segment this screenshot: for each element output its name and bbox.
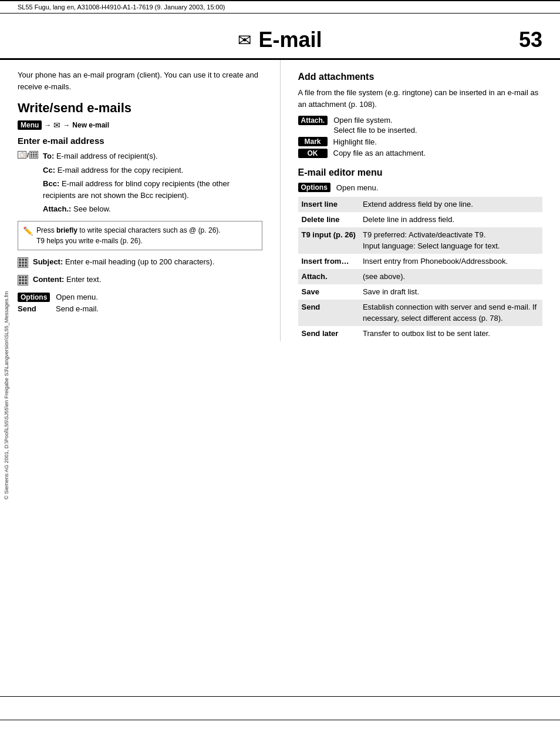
attach-text1: Open file system. (333, 116, 417, 125)
mark-button[interactable]: Mark (298, 137, 328, 146)
editor-menu-table: Insert lineExtend address field by one l… (298, 197, 543, 341)
footer-line-bottom (0, 720, 560, 720)
menu-row-key: Send later (298, 326, 359, 341)
cc-text: E-mail address for the copy recipient. (58, 166, 184, 174)
sidebar-text: © Siemens AG 2001, D:\Pool\L55\SJ55\en F… (4, 291, 9, 499)
menu-row-key: Delete line (298, 212, 359, 227)
left-column: Your phone has an e-mail program (client… (18, 60, 262, 341)
menu-row-val: (see above). (359, 269, 542, 284)
address-icon-row: 📋 / To: E-mail address of recipient(s). (18, 150, 262, 215)
content-text: Enter text. (66, 275, 101, 284)
attach-desc: Open file system. Select file to be inse… (333, 116, 417, 135)
menu-row-val: Delete line in address field. (359, 212, 542, 227)
subject-label: Subject: (33, 257, 63, 266)
options-text: Open menu. (56, 293, 98, 301)
menu-table-row: T9 input (p. 26)T9 preferred: Activate/d… (298, 227, 543, 253)
menu-row-key: T9 input (p. 26) (298, 227, 359, 253)
ok-button[interactable]: OK (298, 149, 328, 158)
to-text: E-mail address of recipient(s). (56, 152, 158, 160)
page-title: E-mail (258, 28, 322, 52)
ok-row: OK Copy file as an attachment. (298, 149, 543, 158)
menu-row-key: Attach. (298, 269, 359, 284)
title-area: ✉ E-mail 53 (0, 17, 560, 60)
menu-table-row: Insert from…Insert entry from Phonebook/… (298, 254, 543, 269)
note-box: ✏️ Press briefly to write special charac… (18, 221, 262, 250)
add-attachments-intro: A file from the file system (e.g. ringto… (298, 87, 543, 110)
menu-row-val: Save in draft list. (359, 284, 542, 300)
subject-icon (18, 257, 28, 268)
editor-options-button[interactable]: Options (298, 183, 330, 192)
content-desc: Content: Enter text. (33, 274, 101, 286)
page-number: 53 (519, 28, 542, 52)
bcc-label: Bcc: (43, 179, 59, 188)
address-desc: To: E-mail address of recipient(s). Cc: … (43, 150, 262, 215)
content-row: Content: Enter text. (18, 274, 262, 286)
note-content: Press briefly to write special character… (36, 225, 221, 246)
phonebook-icon: 📋 (18, 151, 26, 159)
footer-line-top (0, 696, 560, 697)
options-button[interactable]: Options (18, 293, 50, 302)
editor-options-text: Open menu. (336, 183, 379, 192)
menu-row-val: Establish connection with server and sen… (359, 300, 542, 325)
send-row: Send Send e-mail. (18, 304, 262, 313)
add-attachments-section: Add attachments A file from the file sys… (298, 72, 543, 158)
menu-table-row: Send laterTransfer to outbox list to be … (298, 326, 543, 341)
editor-menu-section: E-mail editor menu Options Open menu. In… (298, 167, 543, 341)
content-icon (18, 275, 28, 286)
section-title: Write/send e-mails (18, 100, 262, 116)
to-label: To: (43, 152, 54, 160)
menu-table-row: Attach.(see above). (298, 269, 543, 284)
menu-row-val: T9 preferred: Activate/deactivate T9.Inp… (359, 227, 542, 253)
content-area: Your phone has an e-mail program (client… (0, 60, 560, 341)
editor-options-row: Options Open menu. (298, 183, 543, 192)
subject-desc: Subject: Enter e-mail heading (up to 200… (33, 256, 214, 268)
subject-text: Enter e-mail heading (up to 200 characte… (65, 257, 214, 266)
add-attachments-heading: Add attachments (298, 72, 543, 82)
menu-row-key: Send (298, 300, 359, 325)
header-text: SL55 Fugu, lang en, A31008-H4910-A1-1-76… (18, 4, 225, 11)
note-icon: ✏️ (23, 225, 33, 246)
send-label: Send (18, 304, 50, 313)
editor-menu-heading: E-mail editor menu (298, 167, 543, 178)
address-icons: 📋 / (18, 151, 38, 159)
keyboard-icon (29, 151, 38, 159)
mail-icon-path: ✉ (53, 120, 60, 130)
attach-label: Attach.: (43, 204, 71, 213)
menu-path: Menu → ✉ → New e-mail (18, 120, 262, 130)
menu-label: Menu (18, 120, 42, 130)
menu-row-val: Insert entry from Phonebook/Addressbook. (359, 254, 542, 269)
menu-row-key: Insert from… (298, 254, 359, 269)
ok-text: Copy file as an attachment. (333, 149, 426, 157)
menu-table-row: Insert lineExtend address field by one l… (298, 197, 543, 212)
attach-button[interactable]: Attach. (298, 116, 328, 125)
note-text: Press briefly to write special character… (36, 225, 221, 236)
header-bar: SL55 Fugu, lang en, A31008-H4910-A1-1-76… (0, 0, 560, 14)
right-column: Add attachments A file from the file sys… (280, 60, 543, 341)
ok-desc: Copy file as an attachment. (333, 149, 426, 157)
new-email-label: New e-mail (72, 121, 109, 129)
arrow1: → (44, 121, 51, 129)
menu-row-val: Extend address field by one line. (359, 197, 542, 212)
note-text2: T9 helps you write e-mails (p. 26). (36, 236, 221, 246)
enter-address-heading: Enter e-mail address (18, 136, 262, 146)
intro-text: Your phone has an e-mail program (client… (18, 69, 262, 92)
menu-table-row: Delete lineDelete line in address field. (298, 212, 543, 227)
menu-table-row: SendEstablish connection with server and… (298, 300, 543, 325)
arrow2: → (63, 121, 70, 129)
menu-row-val: Transfer to outbox list to be sent later… (359, 326, 542, 341)
attach-btn-row: Attach. Open file system. Select file to… (298, 116, 543, 135)
mark-text: Highlight file. (333, 137, 377, 146)
options-row: Options Open menu. (18, 293, 262, 302)
menu-row-key: Insert line (298, 197, 359, 212)
subject-row: Subject: Enter e-mail heading (up to 200… (18, 256, 262, 268)
attach-text2: Select file to be inserted. (333, 126, 417, 135)
menu-table-row: SaveSave in draft list. (298, 284, 543, 300)
menu-row-key: Save (298, 284, 359, 300)
send-text: Send e-mail. (56, 304, 99, 313)
mark-row: Mark Highlight file. (298, 137, 543, 146)
attach-text: See below. (73, 204, 111, 213)
email-icon: ✉ (238, 31, 251, 50)
content-label: Content: (33, 275, 64, 284)
bcc-text: E-mail address for blind copy recipients… (43, 179, 230, 200)
sidebar: © Siemens AG 2001, D:\Pool\L55\SJ55\en F… (0, 59, 13, 732)
